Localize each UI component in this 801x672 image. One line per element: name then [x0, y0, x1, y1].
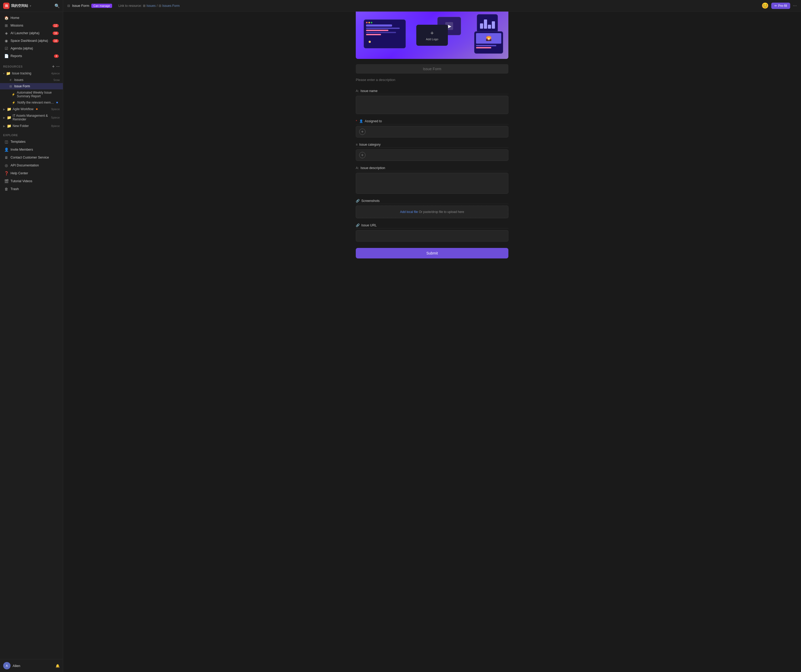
topbar: ⊟ Issue Form Can manage Link to resource…: [63, 0, 801, 11]
workspace-name[interactable]: 我 我的空间站 ▾: [3, 3, 31, 9]
hash-icon: ⊞: [143, 4, 146, 8]
more-options-button[interactable]: ···: [793, 3, 797, 8]
invite-icon: 👤: [4, 148, 8, 152]
breadcrumb-form-link[interactable]: Issues Form: [162, 4, 180, 8]
table-icon: #: [8, 79, 13, 82]
sidebar-item-help-center[interactable]: ❓ Help Center: [1, 170, 62, 177]
field-screenshots: 🔗 Screenshots Add local file Or paste/dr…: [356, 198, 508, 218]
form-icon: ⊟: [8, 85, 13, 88]
folder-label: Agile Workflow: [13, 107, 34, 111]
folder-icon: 📁: [7, 115, 11, 120]
folder-count: 8piece: [51, 124, 60, 128]
resource-label: Notify the relevant members when new iss…: [18, 101, 54, 104]
sidebar-item-label: Tutorial Videos: [11, 179, 32, 183]
folder-label: New Folder: [13, 124, 29, 128]
ai-launcher-badge: 16: [53, 32, 59, 35]
content-area: ▶ 🌄: [63, 11, 801, 672]
field-input-issue-url[interactable]: [356, 230, 508, 242]
notification-icon[interactable]: 🔔: [56, 664, 60, 668]
sidebar-item-label: API Documentation: [11, 164, 39, 167]
contact-icon: 🖥: [4, 156, 8, 160]
resource-label: Automated Weekly Issue Summary Report: [17, 91, 60, 98]
form-description-input[interactable]: [356, 76, 508, 84]
sidebar-item-trash[interactable]: 🗑 Trash: [1, 185, 62, 193]
link-resource-text: Link to resource:: [118, 4, 142, 8]
sidebar-item-agile-workflow[interactable]: ▶ 📁 Agile Workflow 9piece: [0, 106, 63, 112]
sidebar-item-issue-form[interactable]: ⊟ Issue Form: [0, 83, 63, 90]
sidebar-item-auto-report[interactable]: ⚡ Automated Weekly Issue Summary Report: [0, 90, 63, 99]
agenda-icon: ☑: [4, 46, 8, 50]
list-icon: ≡: [356, 143, 358, 146]
breadcrumb: Link to resource: ⊞ Issues / ⊟ Issues Fo…: [118, 4, 180, 8]
field-label-issue-url: 🔗 Issue URL: [356, 223, 508, 228]
search-icon[interactable]: 🔍: [55, 3, 60, 8]
sidebar-item-home[interactable]: 🏠 Home: [1, 14, 62, 22]
form-title-input[interactable]: [356, 64, 508, 74]
add-logo-button[interactable]: + Add Logo: [416, 25, 448, 46]
sidebar-item-contact-customer[interactable]: 🖥 Contact Customer Service: [1, 154, 62, 161]
add-resource-button[interactable]: +: [52, 64, 55, 69]
add-local-file-button[interactable]: Add local file: [400, 210, 418, 214]
field-issue-category: ≡ Issue category +: [356, 142, 508, 161]
sidebar-item-it-assets[interactable]: ▶ 📁 IT Assets Management & Reminder 5pie…: [0, 112, 63, 122]
sidebar-item-label: Space Dashboard (alpha): [11, 39, 48, 43]
sidebar-item-label: Agenda (alpha): [11, 47, 33, 50]
field-input-screenshots[interactable]: Add local file Or paste/drop file to upl…: [356, 205, 508, 218]
breadcrumb-issues-link[interactable]: Issues: [146, 4, 156, 8]
missions-badge: 12: [53, 24, 59, 27]
folder-count: 5piece: [51, 116, 60, 119]
api-icon: ◎: [4, 163, 8, 167]
sidebar-item-missions[interactable]: ⊞ Missions 12: [1, 22, 62, 29]
sidebar-item-label: Help Center: [11, 172, 28, 175]
sidebar-item-invite-members[interactable]: 👤 Invite Members: [1, 146, 62, 153]
user-info[interactable]: A Allen: [3, 662, 20, 669]
sidebar-item-notify[interactable]: ⚡ Notify the relevant members when new i…: [0, 99, 63, 106]
prefill-button[interactable]: ✏ Pre-fill: [771, 3, 790, 9]
folder-count: 9piece: [51, 107, 60, 111]
sidebar-item-new-folder[interactable]: ▶ 📁 New Folder 8piece: [0, 122, 63, 129]
hero-banner: ▶ 🌄: [356, 11, 508, 59]
field-input-issue-description[interactable]: [356, 173, 508, 194]
add-logo-label: Add Logo: [426, 38, 438, 41]
field-assigned-to: * 👤 Assigned to +: [356, 118, 508, 138]
workspace-label: 我的空间站: [11, 3, 28, 8]
more-resource-button[interactable]: ···: [56, 64, 60, 69]
sidebar-item-issues[interactable]: # Issues 5row: [0, 77, 63, 83]
sidebar-item-label: Reports: [11, 54, 22, 58]
folder-icon: 📁: [7, 124, 11, 128]
field-label-issue-category: ≡ Issue category: [356, 142, 508, 148]
sidebar-item-ai-launcher[interactable]: ◈ AI Launcher (alpha) 16: [1, 29, 62, 37]
sidebar-item-label: Invite Members: [11, 148, 33, 151]
upload-rest-text: Or paste/drop file to upload here: [419, 210, 464, 214]
automation-icon: ⚡: [11, 101, 16, 104]
sidebar-item-api-docs[interactable]: ◎ API Documentation: [1, 162, 62, 169]
field-input-issue-name[interactable]: [356, 96, 508, 114]
sidebar-item-templates[interactable]: ◫ Templates: [1, 138, 62, 145]
can-manage-badge: Can manage: [91, 4, 112, 8]
templates-icon: ◫: [4, 140, 8, 144]
label-text: Issue category: [359, 143, 381, 146]
field-input-assigned-to[interactable]: +: [356, 126, 508, 138]
label-text: Issue description: [360, 166, 385, 170]
submit-button[interactable]: Submit: [356, 248, 508, 258]
sidebar-item-issue-tracking[interactable]: ▾ 📁 Issue tracking 4piece: [0, 70, 63, 77]
required-indicator: *: [356, 119, 357, 123]
add-assignee-button[interactable]: +: [359, 128, 365, 135]
field-issue-url: 🔗 Issue URL: [356, 223, 508, 242]
automation-icon: ⚡: [11, 93, 15, 96]
sidebar-item-tutorial-videos[interactable]: 🎬 Tutorial Videos: [1, 178, 62, 185]
chevron-right-icon: ▶: [3, 125, 5, 128]
missions-icon: ⊞: [4, 23, 8, 27]
add-category-button[interactable]: +: [359, 152, 365, 158]
text-icon: Aː: [356, 89, 359, 93]
sidebar-item-label: Missions: [11, 24, 23, 27]
sidebar-item-space-dashboard[interactable]: ◉ Space Dashboard (alpha) 16: [1, 37, 62, 45]
sidebar-item-agenda[interactable]: ☑ Agenda (alpha): [1, 45, 62, 52]
field-input-issue-category[interactable]: +: [356, 149, 508, 161]
breadcrumb-separator: /: [156, 4, 158, 8]
chevron-down-icon: ▾: [30, 5, 31, 7]
folder-icon: 📁: [7, 107, 11, 111]
emoji-button[interactable]: 😊: [762, 2, 769, 9]
sidebar-item-reports[interactable]: 📄 Reports 4: [1, 52, 62, 60]
ai-launcher-icon: ◈: [4, 31, 8, 35]
